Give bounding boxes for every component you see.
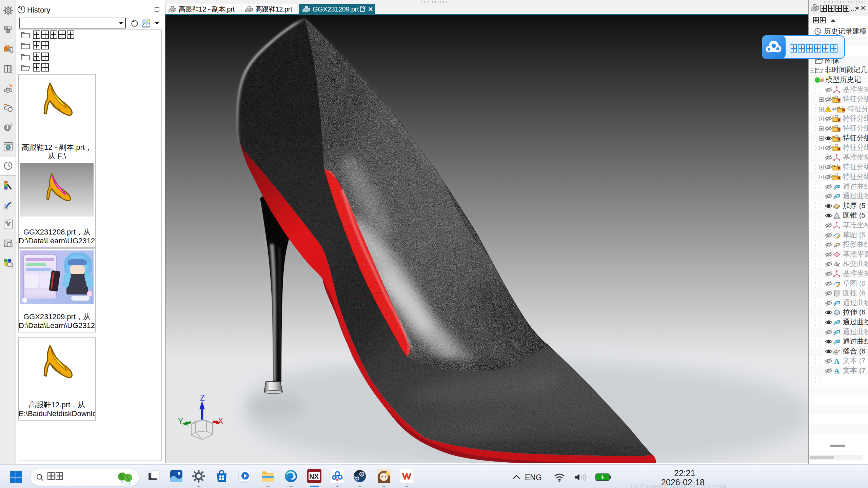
svg-text:Z: Z bbox=[200, 393, 205, 402]
svg-text:NX: NX bbox=[309, 473, 319, 480]
svg-text:Y: Y bbox=[178, 417, 183, 426]
svg-text:X: X bbox=[218, 416, 223, 425]
svg-text:A: A bbox=[834, 357, 840, 365]
svg-text:A: A bbox=[834, 367, 840, 374]
